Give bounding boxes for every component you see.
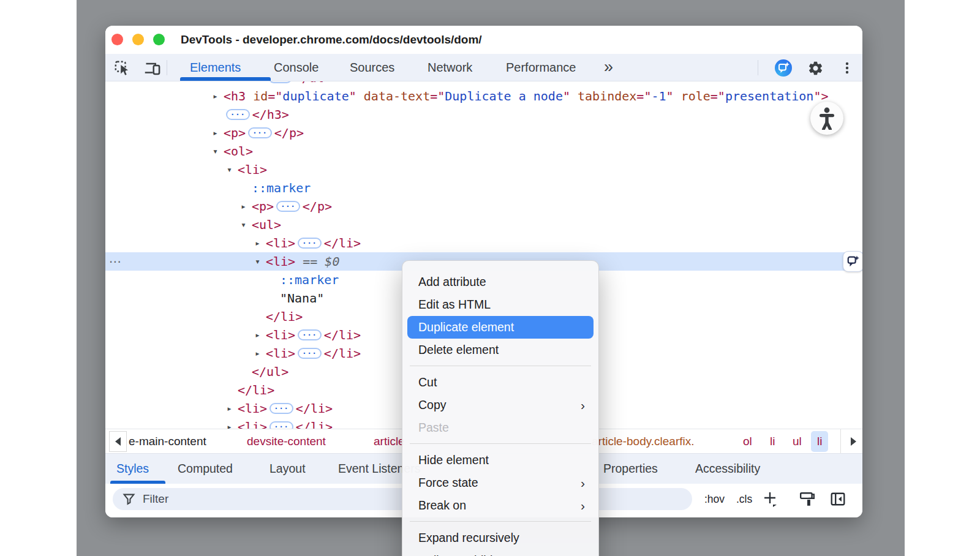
tree-row[interactable]: ▾<ul> [105,216,862,234]
disclosure-down-icon[interactable]: ▾ [241,219,252,230]
breadcrumb-item-ul[interactable]: ul [793,429,802,453]
window-titlebar: DevTools - developer.chrome.com/docs/dev… [105,26,862,54]
tab-sources[interactable]: Sources [350,54,394,81]
code-token: <li> [266,328,295,342]
zoom-button[interactable] [153,34,165,45]
more-options-button[interactable] [838,59,856,77]
context-menu-item-collapse-children[interactable]: Collapse children [407,549,594,556]
tree-row[interactable]: ▾<li> [105,160,862,179]
tab-accessibility[interactable]: Accessibility [695,454,760,484]
context-menu-item-edit-as-html[interactable]: Edit as HTML [407,293,594,316]
code-token: =" [430,89,445,103]
tree-row[interactable]: ▸<p>···</p> [105,124,862,142]
row-overflow-menu-button[interactable]: ⋯ [109,252,122,271]
breadcrumb-item-devsite-content[interactable]: devsite-content [247,429,326,453]
inline-expand-button[interactable]: ··· [298,348,322,359]
settings-button[interactable] [806,59,824,77]
code-token: "Nana" [280,291,324,306]
breadcrumb-divider [840,429,841,454]
disclosure-down-icon[interactable]: ▾ [255,256,266,267]
toggle-sidebar-button[interactable] [829,490,846,508]
context-menu-item-duplicate-element[interactable]: Duplicate element [407,316,594,339]
context-menu-item-delete-element[interactable]: Delete element [407,339,594,361]
code-token: </p> [274,126,304,140]
inline-expand-button[interactable]: ··· [276,201,300,212]
context-menu-item-force-state[interactable]: Force state› [407,471,594,494]
more-tabs-button[interactable]: » [604,54,613,80]
new-style-rule-button[interactable] [762,490,779,508]
tab-styles[interactable]: Styles [116,454,149,484]
code-token: <li> [266,346,295,361]
disclosure-right-icon[interactable]: ▸ [213,91,224,102]
tab-network[interactable]: Network [428,54,472,81]
ask-ai-button[interactable] [843,251,862,272]
panel-toggle-icon [830,491,846,507]
chevron-left-icon [115,437,121,446]
disclosure-right-icon[interactable]: ▸ [227,403,238,414]
code-token: id [246,89,268,103]
menu-item-label: Break on [418,498,466,513]
inline-expand-button[interactable]: ··· [226,109,250,120]
breadcrumb-item-ol[interactable]: ol [743,429,752,453]
tree-row[interactable]: ▾<ol> [105,142,862,160]
disclosure-down-icon[interactable]: ▾ [227,164,238,175]
disclosure-right-icon[interactable]: ▸ [227,421,238,429]
tree-row[interactable]: ▸<h3 id="duplicate" data-text="Duplicate… [105,87,862,105]
tree-row[interactable]: ::marker [105,179,862,197]
tab-properties[interactable]: Properties [603,454,658,484]
minimize-button[interactable] [132,34,144,45]
tab-console[interactable]: Console [274,54,318,81]
menu-item-label: Add attribute [418,275,486,289]
inspect-icon [114,60,130,77]
toggle-element-state-button[interactable]: :hov [704,484,725,514]
breadcrumb-item-li-selected[interactable]: li [811,431,828,452]
menu-divider [410,443,591,444]
context-menu-item-expand-recursively[interactable]: Expand recursively [407,527,594,549]
code-token: ::marker [252,181,311,195]
tree-row[interactable]: ▸<li>···</li> [105,234,862,252]
disclosure-right-icon[interactable]: ▸ [255,329,266,340]
ai-assistance-button[interactable] [774,59,793,77]
context-menu-item-break-on[interactable]: Break on› [407,494,594,517]
tab-layout[interactable]: Layout [270,454,306,484]
toolbar-divider-right [758,60,758,75]
tab-computed[interactable]: Computed [178,454,233,484]
context-menu-item-add-attribute[interactable]: Add attribute [407,271,594,293]
page-background: DevTools - developer.chrome.com/docs/dev… [0,0,980,556]
breadcrumb-item-article-body-clearfix[interactable]: article-body.clearfix. [592,429,695,453]
inline-expand-button[interactable]: ··· [298,329,322,340]
disclosure-down-icon[interactable]: ▾ [213,146,224,157]
tree-row[interactable]: ▸<p>···</p> [105,197,862,216]
code-token: ::marker [280,272,339,287]
breadcrumb-item-li[interactable]: li [770,429,775,453]
tab-performance[interactable]: Performance [506,54,576,81]
close-button[interactable] [111,34,123,45]
disclosure-right-icon[interactable]: ▸ [255,348,266,359]
inline-expand-button[interactable]: ··· [248,127,272,138]
kebab-menu-icon [840,61,854,75]
context-menu-item-hide-element[interactable]: Hide element [407,449,594,471]
inline-expand-button[interactable]: ··· [270,421,293,429]
rendering-emulation-button[interactable] [799,490,816,508]
inline-expand-button[interactable]: ··· [298,238,322,249]
breadcrumb-scroll-left-button[interactable] [109,431,127,452]
inline-expand-button[interactable]: ··· [268,81,292,83]
breadcrumb-item-e-main-content[interactable]: e-main-content [129,429,206,453]
menu-item-label: Force state [418,476,478,490]
context-menu-item-copy[interactable]: Copy› [407,394,594,416]
tree-row[interactable]: ···</ul> [105,81,862,87]
disclosure-right-icon[interactable]: ▸ [255,238,266,249]
code-token: </li> [238,383,274,397]
inspect-element-button[interactable] [113,59,131,77]
disclosure-right-icon[interactable]: ▸ [241,201,252,212]
menu-item-label: Hide element [418,453,489,467]
chevron-right-icon [851,437,856,446]
inline-expand-button[interactable]: ··· [270,403,293,414]
breadcrumb-item-article[interactable]: article [374,429,405,453]
tree-row[interactable]: ···</h3> [105,105,862,124]
context-menu-item-cut[interactable]: Cut [407,371,594,394]
device-toolbar-button[interactable] [143,59,162,77]
breadcrumb-scroll-right-button[interactable] [845,431,861,452]
disclosure-right-icon[interactable]: ▸ [213,127,224,138]
element-classes-button[interactable]: .cls [736,484,752,514]
